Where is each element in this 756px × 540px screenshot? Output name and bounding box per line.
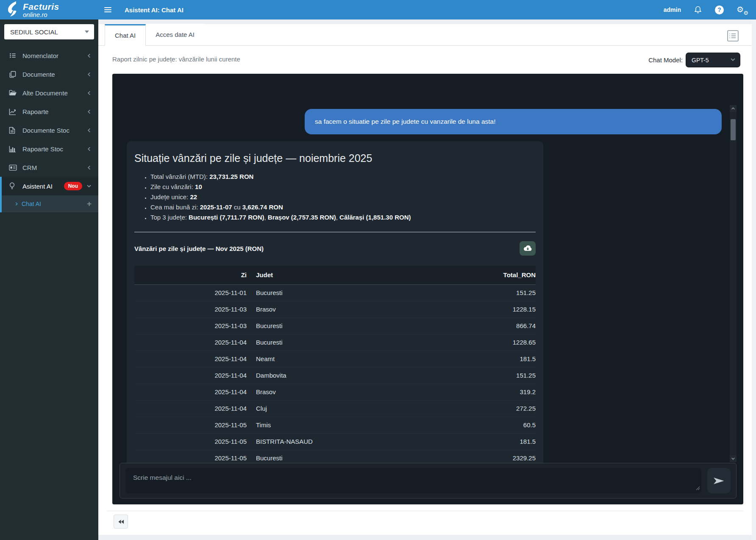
- user-message-bubble: sa facem o situatie pe zile pe judete cu…: [305, 109, 722, 134]
- notifications-bell-icon[interactable]: [694, 6, 702, 14]
- table-cell: 2025-11-03: [134, 317, 247, 334]
- sidebar-subitem-label: Chat AI: [22, 200, 41, 207]
- table-cell: 2025-11-05: [134, 417, 247, 433]
- sidebar-item-rapoarte[interactable]: Rapoarte: [0, 102, 98, 121]
- user-message-text: sa facem o situatie pe zile pe judete cu…: [315, 118, 496, 125]
- resize-handle[interactable]: [695, 484, 700, 492]
- chat-model-value: GPT-5: [692, 57, 709, 64]
- table-cell: 2025-11-04: [134, 400, 247, 417]
- sidebar-item-rapoarte-stoc[interactable]: Rapoarte Stoc: [0, 139, 98, 158]
- table-cell: 151.25: [441, 367, 536, 384]
- send-button[interactable]: [707, 468, 731, 493]
- column-header-zi: Zi: [134, 266, 247, 284]
- table-cell: Bucuresti: [247, 284, 441, 301]
- table-cell: 1228.65: [441, 334, 536, 351]
- table-row: 2025-11-01Bucuresti151.25: [134, 284, 536, 301]
- chevron-down-icon: [730, 57, 736, 64]
- page-scrollbar[interactable]: [752, 19, 756, 540]
- sidebar-item-label: Asistent AI: [22, 183, 53, 190]
- report-description: Raport zilnic pe județe: vânzările lunii…: [112, 56, 240, 63]
- table-cell: 866.74: [441, 317, 536, 334]
- table-cell: Bucuresti: [247, 334, 441, 351]
- table-cell: 1228.15: [441, 301, 536, 317]
- chat-model-select[interactable]: GPT-5: [686, 53, 740, 67]
- file-icon: [9, 127, 18, 134]
- settings-gears-icon[interactable]: ⚙⚙: [737, 5, 748, 15]
- report-bullet: Total vânzări (MTD): 23,731.25 RON: [150, 173, 536, 180]
- table-cell: 181.5: [441, 351, 536, 367]
- navbar-right: admin ? ⚙⚙: [664, 0, 756, 19]
- sidebar-item-documente-stoc[interactable]: Documente Stoc: [0, 121, 98, 139]
- scroll-up-icon[interactable]: [730, 105, 737, 112]
- sidebar-toggle-button[interactable]: [98, 0, 117, 19]
- sidebar-item-crm[interactable]: CRM: [0, 158, 98, 177]
- tab-acces-date-ai[interactable]: Acces date AI: [146, 24, 204, 45]
- table-row: 2025-11-04Dambovita151.25: [134, 367, 536, 384]
- table-cell: 272.25: [441, 400, 536, 417]
- main-card: Chat AI Acces date AI Raport zilnic pe j…: [98, 24, 752, 535]
- sidebar-item-label: Alte Documente: [22, 89, 68, 97]
- divider: [107, 511, 743, 511]
- sidebar: SEDIUL SOCIAL NomenclatorDocumenteAlte D…: [0, 19, 98, 540]
- user-menu[interactable]: admin: [664, 6, 681, 13]
- sidebar-item-documente[interactable]: Documente: [0, 65, 98, 84]
- report-bullet: Top 3 județe: București (7,711.77 RON), …: [150, 214, 536, 221]
- divider: [134, 232, 536, 232]
- navbar-left: Asistent AI: Chat AI: [98, 0, 183, 19]
- add-chat-icon[interactable]: +: [87, 199, 92, 209]
- company-select[interactable]: SEDIUL SOCIAL: [4, 24, 94, 39]
- report-summary-list: Total vânzări (MTD): 23,731.25 RONZile c…: [134, 173, 536, 221]
- table-cell: Brasov: [247, 301, 441, 317]
- sidebar-item-nomenclator[interactable]: Nomenclator: [0, 46, 98, 65]
- chevron-left-icon: [87, 145, 92, 153]
- chart-line-icon: [9, 108, 18, 115]
- chevron-left-icon: [87, 71, 92, 78]
- table-cell: 151.25: [441, 284, 536, 301]
- scrollbar-thumb[interactable]: [731, 119, 736, 140]
- table-cell: Bucuresti: [247, 317, 441, 334]
- table-row: 2025-11-05Bucuresti2329.25: [134, 450, 536, 463]
- scroll-down-icon[interactable]: [730, 455, 737, 462]
- chat-scrollbar[interactable]: [730, 105, 737, 462]
- table-cell: 60.5: [441, 417, 536, 433]
- new-badge: Nou: [64, 182, 82, 190]
- chat-panel: sa facem o situatie pe zile pe judete cu…: [112, 74, 743, 504]
- toolbar: Raport zilnic pe județe: vânzările lunii…: [98, 46, 752, 70]
- brand-logo[interactable]: Facturis online.ro: [0, 0, 98, 19]
- table-row: 2025-11-04Brasov319.2: [134, 384, 536, 400]
- collapse-back-button[interactable]: [114, 515, 128, 529]
- lightbulb-icon: [9, 182, 18, 190]
- report-bullet: Cea mai bună zi: 2025-11-07 cu 3,626.74 …: [150, 203, 536, 211]
- table-row: 2025-11-05BISTRITA-NASAUD181.5: [134, 433, 536, 450]
- table-row: 2025-11-04Neamt181.5: [134, 351, 536, 367]
- ai-response-card: Situație vânzări pe zile și județe — noi…: [127, 141, 543, 463]
- message-input[interactable]: [125, 468, 701, 493]
- table-cell: 2025-11-04: [134, 351, 247, 367]
- top-navbar: Facturis online.ro Asistent AI: Chat AI …: [0, 0, 756, 19]
- help-icon[interactable]: ?: [715, 6, 724, 14]
- chevron-down-icon: [86, 183, 92, 190]
- sidebar-item-asistent-ai[interactable]: Asistent AI Nou: [2, 177, 98, 195]
- table-cell: 181.5: [441, 433, 536, 450]
- list-view-icon[interactable]: [727, 30, 739, 44]
- sidebar-subitem-chat-ai[interactable]: Chat AI +: [2, 195, 98, 212]
- report-bullet: Zile cu vânzări: 10: [150, 183, 536, 190]
- sidebar-item-alte-documente[interactable]: Alte Documente: [0, 84, 98, 102]
- download-button[interactable]: [520, 241, 536, 256]
- table-cell: Cluj: [247, 400, 441, 417]
- table-row: 2025-11-05Timis60.5: [134, 417, 536, 433]
- table-row: 2025-11-03Bucuresti866.74: [134, 317, 536, 334]
- sidebar-submenu: Chat AI +: [2, 195, 98, 212]
- sidebar-item-label: CRM: [22, 164, 37, 171]
- sidebar-group-asistent-ai: Asistent AI Nou Chat AI +: [0, 177, 98, 212]
- table-cell: 2025-11-04: [134, 334, 247, 351]
- cloud-download-icon: [523, 245, 532, 252]
- chat-messages-viewport: sa facem o situatie pe zile pe judete cu…: [112, 74, 743, 463]
- chevron-down-icon: [85, 31, 89, 33]
- chevron-left-icon: [87, 89, 92, 97]
- table-cell: 2025-11-04: [134, 384, 247, 400]
- chevron-left-icon: [87, 108, 92, 115]
- table-cell: Bucuresti: [247, 450, 441, 463]
- tab-chat-ai[interactable]: Chat AI: [105, 24, 146, 46]
- chevron-left-icon: [87, 52, 92, 59]
